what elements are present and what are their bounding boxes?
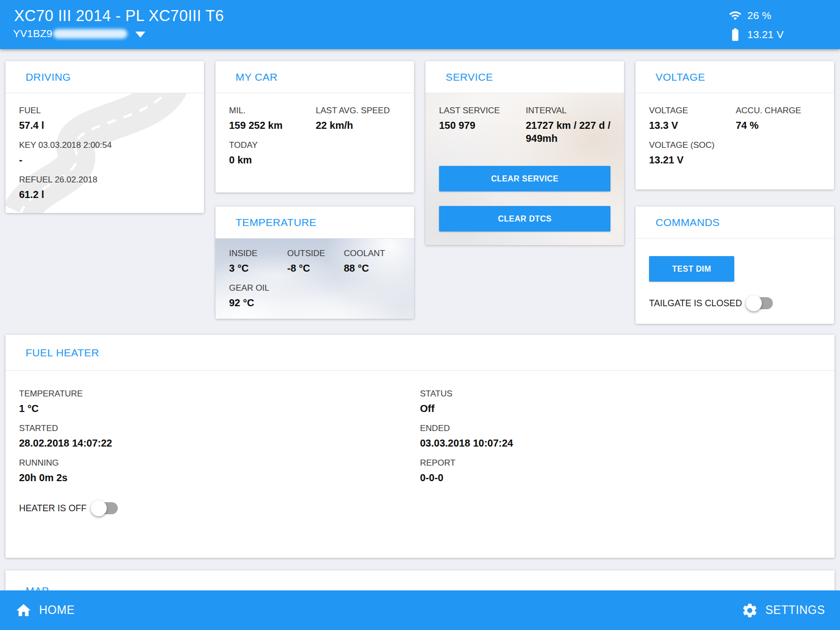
field-label: TEMPERATURE xyxy=(19,388,420,399)
field-value: 0-0-0 xyxy=(420,471,821,484)
page-title: XC70 III 2014 - PL XC70III T6 xyxy=(14,7,224,25)
commands-card-body: TEST DIM TAILGATE IS CLOSED xyxy=(636,239,834,321)
voltage-soc-field: VOLTAGE (SOC) 13.21 V xyxy=(649,140,820,166)
field-label: KEY 03.03.2018 2:00:54 xyxy=(19,140,190,151)
field-value: 3 °C xyxy=(229,262,287,275)
home-icon xyxy=(15,602,32,619)
heater-toggle-row: HEATER IS OFF xyxy=(19,502,821,514)
outside-temp-field: OUTSIDE -8 °C xyxy=(287,248,344,275)
my-car-card: MY CAR MIL. 159 252 km LAST AVG. SPEED 2… xyxy=(216,61,414,192)
field-label: TODAY xyxy=(229,140,400,151)
toggle-knob xyxy=(91,500,107,516)
field-value: 159 252 km xyxy=(229,119,316,132)
field-value: 57.4 l xyxy=(19,119,190,132)
inside-temp-field: INSIDE 3 °C xyxy=(229,248,287,275)
tailgate-toggle[interactable] xyxy=(748,297,773,309)
voltage-field: VOLTAGE 13.3 V xyxy=(649,105,736,132)
wifi-icon xyxy=(728,9,743,22)
signal-status: 26 % xyxy=(728,6,783,25)
driving-fuel-field: FUEL 57.4 l xyxy=(19,105,190,132)
field-label: OUTSIDE xyxy=(287,248,344,259)
field-value: 92 °C xyxy=(229,296,400,309)
last-service-field: LAST SERVICE 150 979 xyxy=(439,105,526,145)
driving-key-field: KEY 03.03.2018 2:00:54 - xyxy=(19,140,190,166)
settings-label: SETTINGS xyxy=(765,603,825,617)
clear-service-button[interactable]: CLEAR SERVICE xyxy=(439,166,610,191)
battery-icon xyxy=(728,27,743,42)
field-label: ENDED xyxy=(420,423,821,434)
app-header: XC70 III 2014 - PL XC70III T6 YV1BZ9 26 … xyxy=(0,0,840,49)
heater-started-field: STARTED 28.02.2018 14:07:22 xyxy=(19,423,420,450)
bottom-navigation-bar: HOME SETTINGS xyxy=(0,590,840,630)
heater-toggle[interactable] xyxy=(93,502,118,514)
service-card-body: LAST SERVICE 150 979 INTERVAL 21727 km /… xyxy=(426,93,624,245)
last-avg-speed-field: LAST AVG. SPEED 22 km/h xyxy=(316,105,400,132)
home-button[interactable]: HOME xyxy=(15,602,75,619)
field-value: 28.02.2018 14:07:22 xyxy=(19,437,420,450)
battery-value: 13.21 V xyxy=(747,29,783,41)
field-value: 74 % xyxy=(736,119,820,132)
field-label: GEAR OIL xyxy=(229,283,400,294)
wifi-value: 26 % xyxy=(747,10,771,22)
battery-status: 13.21 V xyxy=(728,25,783,44)
heater-toggle-label: HEATER IS OFF xyxy=(19,503,87,514)
today-distance-field: TODAY 0 km xyxy=(229,140,400,166)
vehicle-selector-dropdown[interactable]: YV1BZ9 xyxy=(13,28,145,40)
driving-card: DRIVING FUEL 57.4 l KEY 03.03.2018 2:00:… xyxy=(6,61,204,213)
field-value: 61.2 l xyxy=(19,188,190,201)
commands-card-title: COMMANDS xyxy=(636,206,834,239)
mileage-field: MIL. 159 252 km xyxy=(229,105,316,132)
field-label: INTERVAL xyxy=(526,105,610,116)
my-car-card-title: MY CAR xyxy=(216,61,414,93)
field-value: -8 °C xyxy=(287,262,344,275)
voltage-card: VOLTAGE VOLTAGE 13.3 V ACCU. CHARGE 74 %… xyxy=(636,61,834,189)
field-value: 0 km xyxy=(229,153,400,166)
field-value: - xyxy=(19,153,190,166)
accu-charge-field: ACCU. CHARGE 74 % xyxy=(736,105,820,132)
field-value: 88 °C xyxy=(344,262,400,275)
field-value: 13.3 V xyxy=(649,119,736,132)
field-label: REPORT xyxy=(420,458,821,469)
tailgate-toggle-row: TAILGATE IS CLOSED xyxy=(649,297,820,309)
fuel-heater-card: FUEL HEATER TEMPERATURE 1 °C STARTED 28.… xyxy=(6,335,834,558)
field-value: 20h 0m 2s xyxy=(19,471,420,484)
settings-button[interactable]: SETTINGS xyxy=(741,602,825,619)
driving-card-title: DRIVING xyxy=(6,61,204,93)
vin-redaction xyxy=(53,29,127,39)
field-label: INSIDE xyxy=(229,248,287,259)
field-value: 21727 km / 227 d / 949mh xyxy=(526,119,610,145)
chevron-down-icon xyxy=(135,32,145,38)
field-label: ACCU. CHARGE xyxy=(736,105,820,116)
fuel-heater-card-body: TEMPERATURE 1 °C STARTED 28.02.2018 14:0… xyxy=(6,371,834,514)
field-value: 13.21 V xyxy=(649,153,820,166)
driving-refuel-field: REFUEL 26.02.2018 61.2 l xyxy=(19,174,190,201)
heater-temperature-field: TEMPERATURE 1 °C xyxy=(19,388,420,415)
fuel-heater-right-column: STATUS Off ENDED 03.03.2018 10:07:24 REP… xyxy=(420,388,821,492)
fuel-heater-card-title: FUEL HEATER xyxy=(6,335,834,371)
driving-card-body: FUEL 57.4 l KEY 03.03.2018 2:00:54 - REF… xyxy=(6,93,204,213)
field-label: LAST AVG. SPEED xyxy=(316,105,400,116)
service-card: SERVICE LAST SERVICE 150 979 INTERVAL 21… xyxy=(426,61,624,245)
field-value: 150 979 xyxy=(439,119,526,132)
test-dim-button[interactable]: TEST DIM xyxy=(649,256,734,282)
gear-oil-temp-field: GEAR OIL 92 °C xyxy=(229,283,400,309)
field-value: Off xyxy=(420,402,821,415)
commands-card: COMMANDS TEST DIM TAILGATE IS CLOSED xyxy=(636,206,834,324)
gear-icon xyxy=(741,602,758,619)
field-label: STARTED xyxy=(19,423,420,434)
heater-ended-field: ENDED 03.03.2018 10:07:24 xyxy=(420,423,821,450)
heater-report-field: REPORT 0-0-0 xyxy=(420,458,821,484)
field-label: COOLANT xyxy=(344,248,400,259)
service-card-title: SERVICE xyxy=(426,61,624,93)
field-label: FUEL xyxy=(19,105,190,116)
field-label: LAST SERVICE xyxy=(439,105,526,116)
field-label: VOLTAGE (SOC) xyxy=(649,140,820,151)
field-value: 1 °C xyxy=(19,402,420,415)
my-car-card-body: MIL. 159 252 km LAST AVG. SPEED 22 km/h … xyxy=(216,93,414,186)
coolant-temp-field: COOLANT 88 °C xyxy=(344,248,400,275)
field-value: 03.03.2018 10:07:24 xyxy=(420,437,821,450)
header-status: 26 % 13.21 V xyxy=(728,6,783,44)
clear-dtcs-button[interactable]: CLEAR DTCS xyxy=(439,206,610,232)
field-label: REFUEL 26.02.2018 xyxy=(19,174,190,185)
field-label: MIL. xyxy=(229,105,316,116)
